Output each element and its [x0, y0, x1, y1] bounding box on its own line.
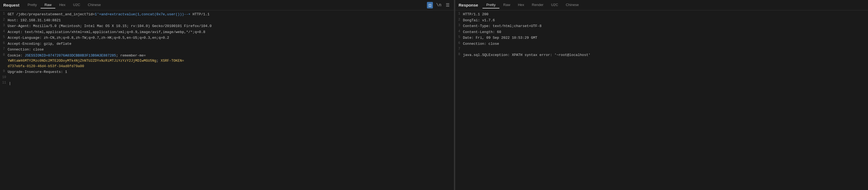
tab-request-hex[interactable]: Hex [55, 2, 69, 8]
line-number: 5 [0, 35, 8, 39]
line-number: 1 [0, 12, 8, 16]
request-panel: Request Pretty Raw Hex U2C Chinese ◫ \n … [0, 0, 454, 190]
line-number: 3 [455, 24, 463, 27]
response-panel-header: Response Pretty Raw Hex Render U2C Chine… [455, 0, 868, 10]
code-line: 4 Accept: text/html,application/xhtml+xm… [0, 29, 454, 35]
line-content: Date: Fri, 09 Sep 2022 10:53:29 GMT [463, 35, 868, 41]
code-line: 3 User-Agent: Mozilla/5.0 (Macintosh; In… [0, 23, 454, 29]
tab-request-raw[interactable]: Raw [40, 2, 55, 8]
tab-response-u2c[interactable]: U2C [547, 2, 562, 8]
line-content: Upgrade-Insecure-Requests: 1 [8, 69, 454, 75]
tab-request-chinese[interactable]: Chinese [84, 2, 104, 8]
request-toolbar: ◫ \n ☰ [427, 2, 451, 8]
code-line: 1 GET /jdbc/preparestatement_and_inject?… [0, 11, 454, 18]
line-content: Connection: close [8, 47, 454, 52]
code-line: 2 DongTai: v1.7.6 [455, 18, 868, 24]
line-number: 2 [455, 18, 463, 22]
response-panel-title: Response [459, 3, 478, 7]
code-line: 5 Date: Fri, 09 Sep 2022 10:53:29 GMT [455, 35, 868, 41]
response-tab-bar: Pretty Raw Hex Render U2C Chinese [483, 2, 865, 8]
line-number: 2 [0, 18, 8, 22]
code-line: 3 Content-Type: text/html;charset=UTF-8 [455, 23, 868, 29]
line-number: 10 [0, 75, 9, 79]
tab-request-u2c[interactable]: U2C [69, 2, 84, 8]
line-number: 8 [455, 52, 463, 56]
line-number: 3 [0, 24, 8, 27]
tab-request-pretty[interactable]: Pretty [24, 2, 40, 8]
line-number: 9 [0, 69, 8, 73]
line-content: Connection: close [463, 41, 868, 47]
line-number: 7 [455, 47, 463, 51]
code-line: 8 Cookie: JSESSIONID=07472076A03DCBB8B3F… [0, 53, 454, 69]
request-panel-title: Request [3, 3, 19, 7]
line-number: 8 [0, 53, 8, 57]
menu-icon[interactable]: ☰ [445, 2, 451, 8]
code-line: 6 Connection: close [455, 41, 868, 47]
code-line: 6 Accept-Encoding: gzip, deflate [0, 41, 454, 47]
tab-response-pretty[interactable]: Pretty [483, 2, 499, 8]
line-content: GET /jdbc/preparestatement_and_inject?id… [8, 12, 454, 17]
tab-response-raw[interactable]: Raw [499, 2, 514, 8]
line-number: 4 [455, 29, 463, 33]
code-line: 11 [0, 81, 454, 86]
code-line: 7 Connection: close [0, 47, 454, 53]
code-line: 2 Host: 192.168.31.140:8821 [0, 18, 454, 24]
line-content: Accept-Encoding: gzip, deflate [8, 41, 454, 47]
wrap-icon[interactable]: \n [435, 2, 442, 8]
line-content: HTTP/1.1 200 [463, 12, 868, 17]
request-panel-header: Request Pretty Raw Hex U2C Chinese ◫ \n … [0, 0, 454, 10]
request-tab-bar: Pretty Raw Hex U2C Chinese [24, 2, 427, 8]
line-content: java.sql.SQLException: XPATH syntax erro… [463, 52, 868, 58]
line-content [9, 81, 454, 86]
line-content: User-Agent: Mozilla/5.0 (Macintosh; Inte… [8, 24, 454, 29]
code-line: 4 Content-Length: 60 [455, 29, 868, 35]
line-number: 4 [0, 29, 8, 33]
request-code-area[interactable]: 1 GET /jdbc/preparestatement_and_inject?… [0, 10, 454, 190]
code-line: 7 [455, 47, 868, 52]
line-content: Host: 192.168.31.140:8821 [8, 18, 454, 23]
tab-response-chinese[interactable]: Chinese [562, 2, 583, 8]
line-content: Content-Length: 60 [463, 29, 868, 35]
line-content: Cookie: JSESSIONID=07472076A03DCBB8B3F13… [8, 53, 454, 69]
response-code-area[interactable]: 1 HTTP/1.1 200 2 DongTai: v1.7.6 3 Conte… [455, 10, 868, 190]
tab-response-hex[interactable]: Hex [514, 2, 528, 8]
line-number: 6 [0, 41, 8, 45]
line-content: Content-Type: text/html;charset=UTF-8 [463, 24, 868, 29]
line-number: 5 [455, 35, 463, 39]
line-number: 7 [0, 47, 8, 51]
code-line: 9 Upgrade-Insecure-Requests: 1 [0, 69, 454, 75]
line-number: 1 [455, 12, 463, 16]
line-number: 11 [0, 81, 9, 85]
code-line: 8 java.sql.SQLException: XPATH syntax er… [455, 52, 868, 58]
tab-response-render[interactable]: Render [528, 2, 547, 8]
line-number: 6 [455, 41, 463, 45]
line-content: Accept: text/html,application/xhtml+xml,… [8, 29, 454, 35]
response-panel: Response Pretty Raw Hex Render U2C Chine… [455, 0, 868, 190]
panel-icon[interactable]: ◫ [427, 2, 433, 8]
code-line: 1 HTTP/1.1 200 [455, 11, 868, 18]
code-line: 5 Accept-Language: zh-CN,zh;q=0.8,zh-TW;… [0, 35, 454, 41]
code-line: 10 [0, 75, 454, 81]
line-content: Accept-Language: zh-CN,zh;q=0.8,zh-TW;q=… [8, 35, 454, 41]
line-content: DongTai: v1.7.6 [463, 18, 868, 23]
